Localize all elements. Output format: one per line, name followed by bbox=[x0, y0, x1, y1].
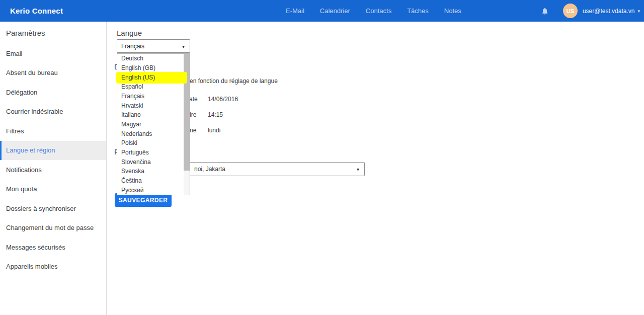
dropdown-option-svenska[interactable]: Svenska bbox=[117, 167, 184, 176]
topbar-nav: E-MailCalendrierContactsTâchesNotes bbox=[286, 0, 461, 22]
dropdown-option-portugu-s[interactable]: Português bbox=[117, 148, 184, 158]
sidebar-item-d-l-gation[interactable]: Délégation bbox=[0, 83, 106, 102]
sidebar-item-langue-et-r-gion[interactable]: Langue et région bbox=[0, 141, 106, 161]
sidebar-item-notifications[interactable]: Notifications bbox=[0, 160, 106, 180]
sidebar-item-email[interactable]: Email bbox=[0, 44, 106, 63]
sidebar-item-appareils-mobiles[interactable]: Appareils mobiles bbox=[0, 257, 106, 277]
notifications-bell-icon[interactable] bbox=[541, 7, 549, 15]
dropdown-option-item-14[interactable]: Русский bbox=[117, 185, 184, 195]
first-day-value: lundi bbox=[208, 127, 220, 134]
save-button[interactable]: SAUVEGARDER bbox=[115, 193, 172, 207]
date-format-label-fragment: ate bbox=[189, 96, 198, 103]
app-window: Kerio Connect E-MailCalendrierContactsTâ… bbox=[0, 0, 644, 315]
language-section-heading: Langue bbox=[117, 29, 142, 37]
sidebar-item-courrier-ind-sirable[interactable]: Courrier indésirable bbox=[0, 102, 106, 122]
sidebar-item-mon-quota[interactable]: Mon quota bbox=[0, 180, 106, 199]
nav-item-calendrier[interactable]: Calendrier bbox=[320, 7, 350, 15]
dropdown-option-espa-ol[interactable]: Español bbox=[117, 82, 184, 92]
nav-item-notes[interactable]: Notes bbox=[444, 7, 461, 15]
user-menu[interactable]: user@test.vdata.vn ▾ bbox=[583, 8, 640, 15]
sidebar-item-filtres[interactable]: Filtres bbox=[0, 121, 106, 141]
nav-item-e-mail[interactable]: E-Mail bbox=[286, 7, 304, 15]
language-dropdown-list: DeutschEnglish (GB)English (US)EspañolFr… bbox=[117, 53, 190, 195]
dropdown-option-hrvatski[interactable]: Hrvatski bbox=[117, 101, 184, 110]
bell-icon bbox=[541, 7, 549, 15]
sidebar: Paramètres EmailAbsent du bureauDélégati… bbox=[0, 22, 107, 315]
sidebar-items: EmailAbsent du bureauDélégationCourrier … bbox=[0, 44, 106, 276]
sidebar-item-absent-du-bureau[interactable]: Absent du bureau bbox=[0, 63, 106, 83]
language-select[interactable]: Français ▾ bbox=[117, 39, 190, 53]
dropdown-option-english-us[interactable]: English (US) bbox=[117, 72, 184, 82]
dropdown-option-nederlands[interactable]: Nederlands bbox=[117, 129, 184, 138]
date-format-value: 14/06/2016 bbox=[208, 96, 238, 103]
time-format-value: 14:15 bbox=[208, 111, 223, 118]
dropdown-option-magyar[interactable]: Magyar bbox=[117, 120, 184, 129]
avatar[interactable]: US bbox=[563, 4, 578, 18]
topbar: Kerio Connect E-MailCalendrierContactsTâ… bbox=[0, 0, 644, 22]
user-email: user@test.vdata.vn bbox=[583, 8, 635, 15]
dropdown-option-polski[interactable]: Polski bbox=[117, 138, 184, 148]
dropdown-option-deutsch[interactable]: Deutsch bbox=[117, 54, 184, 63]
nav-item-t-ches[interactable]: Tâches bbox=[407, 7, 429, 15]
dropdown-option-english-gb[interactable]: English (GB) bbox=[117, 63, 184, 73]
chevron-down-icon: ▾ bbox=[637, 9, 640, 14]
dropdown-scrollbar-thumb[interactable] bbox=[184, 54, 190, 171]
sidebar-item-changement-du-mot-de-passe[interactable]: Changement du mot de passe bbox=[0, 218, 106, 238]
chevron-down-icon: ▾ bbox=[182, 43, 185, 49]
dropdown-options: DeutschEnglish (GB)English (US)EspañolFr… bbox=[117, 54, 184, 195]
nav-item-contacts[interactable]: Contacts bbox=[366, 7, 391, 15]
sidebar-heading: Paramètres bbox=[0, 28, 106, 38]
dropdown-option-italiano[interactable]: Italiano bbox=[117, 110, 184, 120]
language-select-value: Français bbox=[121, 43, 144, 50]
first-day-label-fragment: ne bbox=[190, 127, 196, 134]
dropdown-option-sloven-ina[interactable]: Slovenčina bbox=[117, 157, 184, 167]
topbar-right: US user@test.vdata.vn ▾ bbox=[541, 0, 640, 22]
time-format-label-fragment: ire bbox=[190, 111, 196, 118]
dropdown-option-e-tina[interactable]: Čeština bbox=[117, 176, 184, 186]
language-formats-checkbox-label-fragment: en fonction du réglage de langue bbox=[190, 77, 278, 85]
app-brand: Kerio Connect bbox=[10, 0, 63, 22]
dropdown-option-fran-ais[interactable]: Français bbox=[117, 92, 184, 101]
chevron-down-icon: ▾ bbox=[357, 167, 359, 172]
sidebar-item-dossiers-synchroniser[interactable]: Dossiers à synchroniser bbox=[0, 199, 106, 218]
timezone-select-value-fragment: noi, Jakarta bbox=[194, 166, 225, 173]
sidebar-item-messages-s-curis-s[interactable]: Messages sécurisés bbox=[0, 238, 106, 257]
